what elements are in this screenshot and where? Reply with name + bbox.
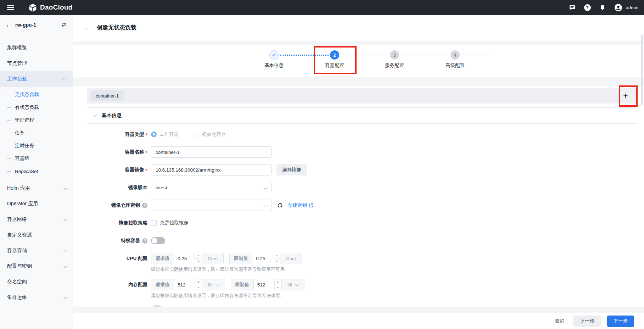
wizard-footer: 取消 上一步 下一步 <box>73 313 644 329</box>
section-title: 基本信息 <box>102 112 122 119</box>
sidebar-header: ← rw-gpu-1 <box>0 15 73 35</box>
workloads-submenu: — 无状态负载 — 有状态负载 — 守护进程 — 任务 — 定时任务 <box>0 87 73 180</box>
memory-request-input[interactable] <box>174 279 195 290</box>
daocloud-cube-icon <box>28 3 37 12</box>
container-image-row: 容器镜像 * 选择镜像 <box>87 164 637 175</box>
privileged-label: 特权容器 <box>121 238 140 244</box>
step-1-basic-info[interactable]: ✓ 基本信息 <box>253 50 295 69</box>
dash-icon: — <box>7 105 11 110</box>
switch-cluster-icon[interactable] <box>61 22 67 28</box>
username: admin <box>626 5 638 10</box>
image-version-select[interactable]: latest <box>151 182 271 193</box>
sidebar-item-namespaces[interactable]: 命名空间 <box>0 274 73 290</box>
dash-icon: — <box>7 169 11 174</box>
sidebar-item-pods[interactable]: — 容器组 <box>0 152 73 165</box>
container-name-input[interactable] <box>151 146 271 158</box>
message-icon[interactable] <box>569 4 576 11</box>
next-step-button[interactable]: 下一步 <box>607 316 634 327</box>
cluster-back-icon[interactable]: ← <box>6 22 12 28</box>
sidebar-item-daemonsets[interactable]: — 守护进程 <box>0 114 73 127</box>
topbar-actions: ? admin <box>569 4 638 12</box>
sidebar-nav: 集群概览 节点管理 工作负载 — 无状态负载 — 有状态负载 — <box>0 35 73 305</box>
sidebar-item-helm-apps[interactable]: Helm 应用 <box>0 180 73 196</box>
radio-work-container[interactable]: 工作容器 <box>151 131 179 138</box>
scrollbar-thumb[interactable] <box>641 34 643 105</box>
stepper: ✓ 基本信息 2 容器配置 3 服务配置 4 高级配置 <box>73 45 644 77</box>
chevron-down-icon <box>63 186 67 190</box>
required-asterisk: * <box>146 168 147 173</box>
step-3-service-config[interactable]: 3 服务配置 <box>373 50 416 69</box>
cpu-limit-stepper[interactable] <box>273 253 280 264</box>
help-icon[interactable]: ? <box>142 238 147 244</box>
cpu-limit-input[interactable] <box>252 253 273 264</box>
app-root: DaoCloud ? <box>0 0 644 329</box>
create-secret-link[interactable]: 创建密钥 <box>288 202 313 208</box>
sidebar-item-replicasets[interactable]: — ReplicaSet <box>0 165 73 178</box>
memory-request-unit-select[interactable]: Mi <box>202 279 225 290</box>
main-content: ← 创建无状态负载 ✓ 基本信息 2 容器配置 3 服务配置 4 高级配置 <box>73 15 644 329</box>
image-pull-secret-select[interactable] <box>151 200 271 211</box>
add-container-button[interactable]: + <box>620 90 632 101</box>
container-tab[interactable]: container-1 <box>90 90 124 101</box>
image-pull-secret-row: 镜像仓库密钥 ? <box>87 200 637 211</box>
refresh-secrets-icon[interactable] <box>277 202 283 208</box>
sidebar-item-cluster-ops[interactable]: 集群运维 <box>0 290 73 305</box>
required-asterisk: * <box>146 150 147 156</box>
brand-logo[interactable]: DaoCloud <box>28 3 72 12</box>
step-2-container-config[interactable]: 2 容器配置 <box>313 50 356 69</box>
image-pull-secret-label: 镜像仓库密钥 <box>111 202 140 208</box>
basic-info-section-header[interactable]: 基本信息 <box>87 108 637 124</box>
sidebar-item-stateless-workloads[interactable]: — 无状态负载 <box>0 88 73 101</box>
sidebar-item-container-network[interactable]: 容器网络 <box>0 212 73 227</box>
sidebar-item-cronjobs[interactable]: — 定时任务 <box>0 139 73 152</box>
radio-init-container[interactable]: 初始化容器 <box>194 131 226 138</box>
dash-icon: — <box>7 156 11 161</box>
cpu-request-input[interactable] <box>174 253 195 264</box>
previous-step-button[interactable]: 上一步 <box>573 316 601 327</box>
memory-request-stepper[interactable] <box>195 279 202 290</box>
sidebar-item-cluster-overview[interactable]: 集群概览 <box>0 40 73 56</box>
chevron-down-icon <box>63 264 67 268</box>
cluster-name: rw-gpu-1 <box>15 22 57 28</box>
bell-icon[interactable] <box>599 4 606 11</box>
sidebar-item-operator-apps[interactable]: Operator 应用 <box>0 196 73 212</box>
privileged-row: 特权容器 ? <box>87 235 637 246</box>
container-tab-strip: container-1 + <box>87 88 637 104</box>
sidebar-item-custom-resources[interactable]: 自定义资源 <box>0 227 73 243</box>
privileged-toggle[interactable] <box>151 237 165 244</box>
select-image-button[interactable]: 选择镜像 <box>276 164 307 175</box>
cancel-button[interactable]: 取消 <box>552 318 567 324</box>
memory-limit-stepper[interactable] <box>274 279 281 290</box>
memory-quota-label: 内存配额 <box>128 281 147 288</box>
sidebar-item-stateful-workloads[interactable]: — 有状态负载 <box>0 101 73 114</box>
image-pull-policy-label: 镜像拉取策略 <box>119 220 147 226</box>
sidebar-item-workloads[interactable]: 工作负载 <box>0 71 73 87</box>
sidebar-item-jobs[interactable]: — 任务 <box>0 127 73 139</box>
always-pull-checkbox[interactable] <box>151 220 157 226</box>
sidebar-item-container-storage[interactable]: 容器存储 <box>0 243 73 258</box>
cpu-request-stepper[interactable] <box>195 253 202 264</box>
help-icon[interactable]: ? <box>584 4 591 11</box>
menu-toggle-icon[interactable] <box>7 5 14 10</box>
image-version-label: 镜像版本 <box>128 184 147 191</box>
memory-limit-unit-select[interactable]: Mi <box>281 279 304 290</box>
step-connector-tail <box>462 55 492 55</box>
container-config-card: container-1 + 基本信息 容器类型 * <box>73 86 644 307</box>
memory-quota-hint: 建议根据实际使用情况设置，防止因内存资源不足导致无法调度。 <box>151 292 637 299</box>
chevron-down-icon <box>63 295 67 299</box>
help-icon[interactable]: ? <box>142 203 147 208</box>
image-version-row: 镜像版本 latest <box>87 182 637 193</box>
clipped-next-control <box>152 305 162 307</box>
sidebar-item-node-management[interactable]: 节点管理 <box>0 56 73 71</box>
container-name-row: 容器名称 * <box>87 146 637 158</box>
collapse-chevron-icon[interactable] <box>93 113 97 117</box>
memory-limit-input[interactable] <box>254 279 274 290</box>
step-4-advanced-config[interactable]: 4 高级配置 <box>434 50 476 69</box>
page-back-icon[interactable]: ← <box>84 25 90 31</box>
basic-info-section: 基本信息 容器类型 * 工作容器 <box>87 107 637 307</box>
container-image-input[interactable] <box>151 164 271 175</box>
page-header: ← 创建无状态负载 <box>73 15 644 41</box>
avatar[interactable] <box>614 4 622 12</box>
cpu-quota-label: CPU 配额 <box>127 255 147 262</box>
sidebar-item-config-secrets[interactable]: 配置与密钥 <box>0 258 73 274</box>
